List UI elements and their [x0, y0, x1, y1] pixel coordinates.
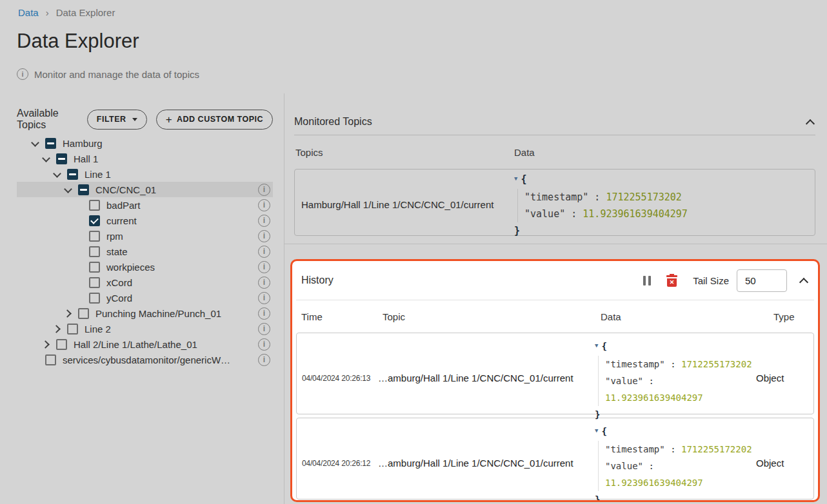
checkbox-unchecked[interactable] — [89, 277, 100, 288]
column-header-data: Data — [601, 311, 773, 322]
chevron-down-icon[interactable] — [30, 138, 40, 148]
json-close-brace: } — [514, 225, 520, 237]
pause-icon — [648, 276, 651, 286]
data-explorer-page: Data › Data Explorer Data Explorer i Mon… — [0, 0, 827, 504]
history-panel: History Tail Size Time Topic Data Type 0… — [290, 259, 820, 502]
breadcrumb-current: Data Explorer — [56, 7, 115, 18]
tree-item-ycord[interactable]: yCordi — [17, 290, 273, 305]
tree-item-line-1[interactable]: Line 1 — [17, 166, 273, 182]
info-icon[interactable]: i — [258, 215, 270, 227]
checkbox-indeterminate[interactable] — [45, 138, 56, 149]
info-icon[interactable]: i — [258, 261, 270, 273]
tree-item-hall-1[interactable]: Hall 1 — [17, 151, 273, 166]
info-icon[interactable]: i — [258, 338, 270, 351]
tree-item-xcord[interactable]: xCordi — [17, 275, 273, 290]
clear-history-button[interactable] — [666, 275, 677, 287]
json-key: "value" — [524, 208, 565, 220]
tree-item-label: current — [106, 215, 137, 226]
json-collapse-icon[interactable]: ▼ — [595, 337, 598, 354]
chevron-down-icon[interactable] — [41, 153, 51, 164]
tree-item-label: Hall 1 — [74, 153, 98, 164]
breadcrumb-link-data[interactable]: Data — [18, 7, 39, 18]
tree-item-current[interactable]: currenti — [17, 213, 273, 228]
pause-button[interactable] — [643, 276, 651, 286]
tree-item-state[interactable]: statei — [17, 244, 273, 259]
available-topics-title: Available Topics — [17, 108, 78, 131]
json-collapse-icon[interactable]: ▼ — [514, 170, 517, 187]
chevron-down-icon[interactable] — [52, 169, 62, 179]
chevron-down-icon[interactable] — [63, 184, 73, 195]
history-rows: 04/04/2024 20:26:13…amburg/Hall 1/Line 1… — [296, 333, 814, 499]
json-key: "timestamp" — [605, 444, 665, 454]
checkbox-unchecked[interactable] — [56, 339, 67, 350]
monitored-topics-header: Monitored Topics — [294, 108, 815, 135]
info-icon[interactable]: i — [258, 199, 270, 211]
add-custom-topic-button[interactable]: + ADD CUSTOM TOPIC — [156, 110, 273, 130]
info-icon[interactable]: i — [258, 323, 270, 335]
history-row-data: ▼{"timestamp" : 1712255173202"value" : 1… — [595, 333, 756, 423]
tail-size-input[interactable] — [737, 269, 787, 292]
json-value: 11.923961639404297 — [605, 478, 703, 488]
checkbox-indeterminate[interactable] — [78, 184, 89, 195]
json-value: 11.923961639404297 — [605, 393, 703, 403]
checkbox-unchecked[interactable] — [89, 200, 100, 211]
info-icon[interactable]: i — [258, 307, 270, 320]
tree-item-line-2[interactable]: Line 2i — [17, 321, 273, 336]
info-icon[interactable]: i — [258, 276, 270, 289]
tree-item-services-cybusdatamonitor-genericw[interactable]: services/cybusdatamonitor/genericW…i — [17, 352, 273, 367]
collapse-history-button[interactable] — [799, 276, 809, 285]
info-icon[interactable]: i — [258, 246, 270, 258]
info-icon[interactable]: i — [258, 354, 270, 366]
checkbox-indeterminate[interactable] — [67, 169, 78, 180]
monitored-topic-data: ▼{"timestamp" : 1712255173202"value" : 1… — [514, 170, 815, 239]
history-column-headers: Time Topic Data Type — [296, 300, 814, 333]
tree-item-cnc-cnc-01[interactable]: CNC/CNC_01i — [17, 182, 273, 197]
tree-item-hall-2-line-1-lathe-lathe-01[interactable]: Hall 2/Line 1/Lathe/Lathe_01i — [17, 336, 273, 352]
checkbox-unchecked[interactable] — [89, 246, 100, 257]
history-row: 04/04/2024 20:26:12…amburg/Hall 1/Line 1… — [296, 418, 814, 499]
tree-item-label: yCord — [106, 293, 132, 304]
tree-item-hamburg[interactable]: Hamburg — [17, 135, 273, 151]
tree-item-punching-machine-punch-01[interactable]: Punching Machine/Punch_01i — [17, 305, 273, 321]
filter-button-label: FILTER — [97, 115, 126, 124]
checkbox-unchecked[interactable] — [45, 354, 56, 365]
history-row: 04/04/2024 20:26:13…amburg/Hall 1/Line 1… — [296, 333, 814, 414]
pause-icon — [643, 276, 646, 286]
checkbox-unchecked[interactable] — [78, 308, 89, 319]
tree-item-rpm[interactable]: rpmi — [17, 228, 273, 244]
tree-item-label: Hamburg — [63, 138, 103, 149]
info-icon[interactable]: i — [258, 230, 270, 242]
info-icon[interactable]: i — [258, 292, 270, 304]
monitored-topics-column-headers: Topics Data — [294, 135, 815, 169]
json-key: "value" — [605, 376, 643, 386]
info-icon[interactable]: i — [258, 184, 270, 196]
checkbox-unchecked[interactable] — [67, 324, 78, 334]
chevron-right-icon[interactable] — [52, 324, 62, 334]
trash-icon — [666, 275, 677, 277]
column-header-topics: Topics — [295, 147, 514, 158]
history-row-time: 04/04/2024 20:26:13 — [302, 374, 378, 383]
checkbox-indeterminate[interactable] — [56, 153, 67, 164]
json-collapse-icon[interactable]: ▼ — [595, 422, 598, 439]
checkbox-unchecked[interactable] — [89, 262, 100, 273]
chevron-spacer — [30, 354, 40, 365]
json-key: "value" — [605, 461, 643, 471]
tree-item-workpieces[interactable]: workpiecesi — [17, 259, 273, 275]
checkbox-unchecked[interactable] — [89, 231, 100, 242]
checkbox-checked[interactable] — [89, 215, 100, 226]
chevron-right-icon[interactable] — [63, 308, 73, 318]
available-topics-panel: Available Topics FILTER + ADD CUSTOM TOP… — [17, 108, 273, 367]
json-value: 1712255172202 — [681, 444, 752, 454]
tree-item-label: xCord — [106, 277, 132, 288]
available-topics-header: Available Topics FILTER + ADD CUSTOM TOP… — [17, 108, 273, 130]
checkbox-unchecked[interactable] — [89, 293, 100, 304]
chevron-spacer — [74, 246, 84, 257]
monitored-topic-row: Hamburg/Hall 1/Line 1/CNC/CNC_01/current… — [294, 169, 815, 236]
json-open-brace: { — [521, 173, 526, 185]
breadcrumb: Data › Data Explorer — [18, 7, 115, 18]
chevron-right-icon[interactable] — [41, 339, 51, 349]
filter-button[interactable]: FILTER — [87, 110, 147, 130]
chevron-spacer — [74, 215, 84, 226]
tree-item-badpart[interactable]: badParti — [17, 197, 273, 213]
collapse-monitored-button[interactable] — [805, 117, 815, 126]
